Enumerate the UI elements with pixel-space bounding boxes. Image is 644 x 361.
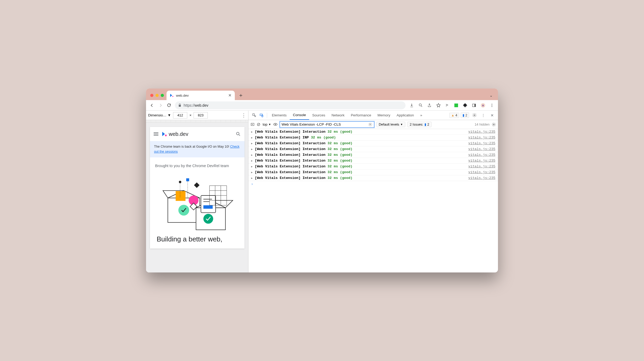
console-log-row[interactable]: ▶[Web Vitals Extension] Interaction 32 m… — [248, 129, 498, 135]
zoom-icon[interactable] — [417, 101, 424, 109]
log-message: [Web Vitals Extension] Interaction 32 ms… — [255, 141, 468, 145]
svg-line-41 — [258, 123, 260, 126]
context-selector[interactable]: top ▼ — [263, 122, 271, 126]
inspect-element-icon[interactable] — [251, 112, 258, 119]
console-log-list: ▶[Web Vitals Extension] Interaction 32 m… — [248, 129, 498, 272]
rendered-page: web.dev The Chrome team is back at Googl… — [150, 127, 245, 249]
hero-illustration — [160, 173, 234, 233]
browser-toolbar: https://web.dev — [146, 100, 498, 111]
browser-menu-icon[interactable] — [488, 101, 496, 109]
message-icon: ▮ — [424, 122, 426, 126]
menu-icon[interactable] — [154, 132, 158, 136]
tab-title: web.dev — [176, 94, 189, 97]
url-text: https://web.dev — [184, 103, 208, 107]
share-icon[interactable] — [425, 101, 433, 109]
new-tab-button[interactable]: ＋ — [237, 91, 245, 99]
devtools-tab-sources[interactable]: Sources — [309, 111, 329, 120]
console-log-row[interactable]: ▶[Web Vitals Extension] Interaction 32 m… — [248, 175, 498, 181]
log-source-link[interactable]: vitals.js:235 — [468, 153, 495, 157]
log-source-link[interactable]: vitals.js:235 — [468, 130, 495, 134]
devtools-close-icon[interactable]: ✕ — [489, 112, 496, 119]
devtools-more-icon[interactable]: ⋮ — [480, 112, 487, 119]
svg-rect-13 — [175, 191, 185, 201]
back-button[interactable] — [148, 101, 156, 109]
warnings-badge[interactable]: ▲ 4 — [449, 113, 459, 118]
live-expression-icon[interactable] — [273, 122, 278, 127]
close-tab-icon[interactable]: ✕ — [228, 93, 232, 98]
dimensions-dropdown[interactable]: Dimensio… ▼ — [148, 113, 171, 117]
sidepanel-icon[interactable] — [470, 101, 478, 109]
extension-webvitals-icon[interactable] — [452, 101, 460, 109]
height-input[interactable] — [194, 112, 208, 118]
log-levels-dropdown[interactable]: Default levels ▼ — [376, 122, 405, 127]
expand-arrow-icon[interactable]: ▶ — [251, 153, 255, 157]
device-options-icon[interactable]: ⋮ — [241, 112, 246, 118]
levels-label: Default levels — [379, 122, 399, 126]
device-viewport: web.dev The Chrome team is back at Googl… — [146, 123, 248, 272]
messages-badge[interactable]: ▮ 2 — [461, 112, 469, 118]
console-filter-input[interactable]: ✕ — [280, 121, 374, 128]
browser-tab[interactable]: web.dev ✕ — [167, 91, 235, 100]
clear-console-icon[interactable] — [257, 122, 261, 126]
minimize-window[interactable] — [155, 94, 159, 97]
console-log-row[interactable]: ▶[Web Vitals Extension] Interaction 32 m… — [248, 141, 498, 146]
headline-text: Building a better web, — [155, 235, 239, 246]
dimensions-label: Dimensio… — [148, 113, 167, 117]
forward-button[interactable] — [157, 101, 164, 109]
reload-button[interactable] — [165, 101, 173, 109]
console-log-row[interactable]: ▶[Web Vitals Extension] INP 32 ms (good)… — [248, 135, 498, 141]
console-log-row[interactable]: ▶[Web Vitals Extension] Interaction 32 m… — [248, 169, 498, 175]
address-bar[interactable]: https://web.dev — [175, 101, 406, 109]
console-settings-icon[interactable] — [492, 122, 496, 127]
tabs-overflow-icon[interactable]: ⌄ — [490, 93, 493, 97]
width-input[interactable] — [173, 112, 187, 118]
downloads-icon[interactable] — [408, 101, 416, 109]
expand-arrow-icon[interactable]: ▶ — [251, 177, 255, 180]
log-source-link[interactable]: vitals.js:235 — [468, 147, 495, 151]
console-sidebar-toggle-icon[interactable] — [251, 122, 255, 126]
svg-point-42 — [275, 124, 276, 125]
log-source-link[interactable]: vitals.js:235 — [468, 176, 495, 180]
site-logo[interactable]: web.dev — [162, 131, 189, 137]
flag-icon[interactable] — [443, 101, 451, 109]
console-log-row[interactable]: ▶[Web Vitals Extension] Interaction 32 m… — [248, 158, 498, 164]
console-prompt[interactable]: › — [248, 181, 498, 187]
device-toggle-icon[interactable] — [258, 112, 265, 119]
devtools-tab-elements[interactable]: Elements — [269, 111, 290, 120]
devtools-tab-network[interactable]: Network — [328, 111, 348, 120]
clear-filter-icon[interactable]: ✕ — [368, 122, 372, 127]
search-icon[interactable] — [236, 131, 241, 137]
expand-arrow-icon[interactable]: ▶ — [251, 159, 255, 162]
log-source-link[interactable]: vitals.js:235 — [468, 159, 495, 163]
toolbar-actions — [408, 101, 496, 109]
more-tabs-button[interactable]: » — [417, 111, 425, 120]
warning-icon: ▲ — [451, 114, 454, 117]
console-log-row[interactable]: ▶[Web Vitals Extension] Interaction 32 m… — [248, 164, 498, 169]
expand-arrow-icon[interactable]: ▶ — [251, 130, 255, 133]
console-log-row[interactable]: ▶[Web Vitals Extension] Interaction 32 m… — [248, 152, 498, 158]
profile-avatar[interactable] — [479, 101, 487, 109]
expand-arrow-icon[interactable]: ▶ — [251, 136, 255, 139]
devtools-tab-application[interactable]: Application — [393, 111, 417, 120]
favicon-icon — [170, 93, 174, 97]
devtools-tab-performance[interactable]: Performance — [348, 111, 374, 120]
expand-arrow-icon[interactable]: ▶ — [251, 171, 255, 174]
log-source-link[interactable]: vitals.js:235 — [468, 170, 495, 174]
extensions-icon[interactable] — [461, 101, 469, 109]
log-source-link[interactable]: vitals.js:235 — [468, 136, 495, 140]
filter-text-input[interactable] — [282, 122, 367, 126]
expand-arrow-icon[interactable]: ▶ — [251, 165, 255, 168]
log-source-link[interactable]: vitals.js:235 — [468, 141, 495, 145]
devtools-settings-icon[interactable] — [471, 112, 478, 119]
bookmark-icon[interactable] — [434, 101, 442, 109]
expand-arrow-icon[interactable]: ▶ — [251, 148, 255, 151]
maximize-window[interactable] — [161, 94, 164, 97]
expand-arrow-icon[interactable]: ▶ — [251, 142, 255, 145]
issues-button[interactable]: 2 Issues: ▮ 2 — [407, 122, 432, 127]
devtools-tab-memory[interactable]: Memory — [374, 111, 393, 120]
devtools-tab-console[interactable]: Console — [290, 111, 309, 120]
chevron-down-icon: ▼ — [168, 113, 171, 117]
console-log-row[interactable]: ▶[Web Vitals Extension] Interaction 32 m… — [248, 146, 498, 152]
close-window[interactable] — [150, 94, 153, 97]
log-source-link[interactable]: vitals.js:235 — [468, 164, 495, 168]
